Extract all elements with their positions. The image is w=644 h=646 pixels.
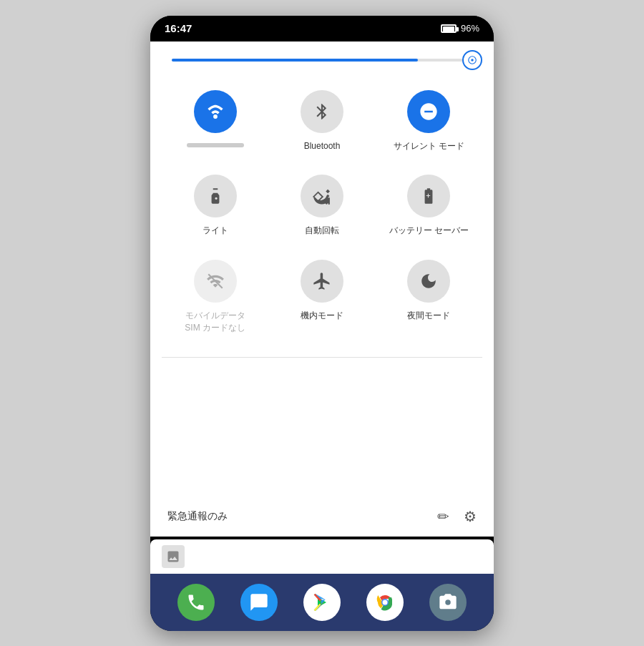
flashlight-circle [194, 175, 237, 217]
status-time: 16:47 [165, 22, 192, 34]
image-icon [166, 549, 180, 564]
emergency-text: 緊急通報のみ [167, 510, 228, 523]
wifi-circle [194, 90, 237, 133]
toggle-airplane[interactable]: 機内モード [268, 248, 375, 346]
toggle-wifi[interactable] [162, 79, 268, 164]
brightness-row[interactable] [150, 41, 494, 73]
messages-icon [249, 592, 269, 612]
night-mode-label: 夜間モード [407, 310, 450, 322]
phone-frame: 16:47 96% [150, 16, 494, 631]
divider [162, 357, 482, 358]
quick-settings-panel: Bluetooth サイレント モード ライト [150, 41, 494, 537]
camera-icon [438, 592, 458, 612]
svg-point-0 [471, 59, 474, 62]
brightness-thumb[interactable] [462, 50, 482, 70]
dock-play[interactable] [303, 584, 341, 621]
airplane-icon [312, 271, 332, 291]
battery-icon [441, 24, 457, 33]
edit-icon[interactable]: ✏ [437, 508, 449, 525]
battery-saver-label: バッテリー セーバー [389, 225, 469, 237]
toggle-autorotate[interactable]: 自動回転 [268, 163, 375, 248]
play-store-icon [311, 591, 333, 614]
status-right: 96% [441, 23, 479, 34]
mobile-data-icon [206, 272, 225, 290]
silent-label: サイレント モード [394, 140, 464, 152]
settings-icon[interactable]: ⚙ [464, 508, 477, 525]
flashlight-icon [206, 187, 225, 205]
bluetooth-icon [313, 102, 331, 121]
night-mode-icon [419, 272, 438, 290]
toggle-grid: Bluetooth サイレント モード ライト [150, 73, 494, 351]
dock-chrome[interactable] [366, 584, 404, 621]
dock-phone[interactable] [177, 584, 215, 621]
dock-camera[interactable] [429, 584, 467, 621]
battery-saver-circle [407, 175, 450, 217]
bluetooth-circle [301, 90, 343, 133]
wifi-icon [205, 102, 225, 122]
flashlight-label: ライト [203, 225, 228, 237]
bottom-icons: ✏ ⚙ [437, 508, 477, 525]
taskbar-area [150, 539, 494, 574]
brightness-thumb-icon [467, 55, 477, 65]
toggle-night-mode[interactable]: 夜間モード [376, 248, 482, 346]
battery-text: 96% [461, 23, 479, 34]
autorotate-circle [301, 175, 343, 217]
autorotate-icon [312, 186, 332, 206]
brightness-slider-fill [172, 59, 418, 62]
night-mode-circle [407, 260, 450, 303]
status-bar: 16:47 96% [150, 16, 494, 41]
dock-area [150, 574, 494, 631]
toggle-silent[interactable]: サイレント モード [376, 79, 482, 164]
silent-icon [419, 102, 439, 122]
brightness-slider-track[interactable] [172, 59, 472, 62]
taskbar-thumb [162, 545, 185, 568]
bluetooth-label: Bluetooth [304, 140, 341, 152]
toggle-battery-saver[interactable]: バッテリー セーバー [376, 163, 482, 248]
battery-saver-icon [419, 187, 438, 205]
toggle-bluetooth[interactable]: Bluetooth [268, 79, 375, 164]
mobile-data-circle [194, 260, 237, 303]
airplane-circle [301, 260, 343, 303]
airplane-label: 機内モード [301, 310, 343, 322]
silent-circle [407, 90, 450, 133]
bottom-bar: 緊急通報のみ ✏ ⚙ [150, 496, 494, 537]
toggle-flashlight[interactable]: ライト [162, 163, 268, 248]
mobile-data-label: モバイルデータSIM カードなし [185, 310, 245, 334]
dock-messages[interactable] [240, 584, 278, 621]
chrome-icon [372, 589, 398, 615]
wifi-label-bar [187, 143, 244, 147]
phone-icon [186, 592, 206, 612]
svg-point-5 [383, 599, 388, 605]
toggle-mobile-data[interactable]: モバイルデータSIM カードなし [162, 248, 268, 346]
autorotate-label: 自動回転 [305, 225, 339, 237]
